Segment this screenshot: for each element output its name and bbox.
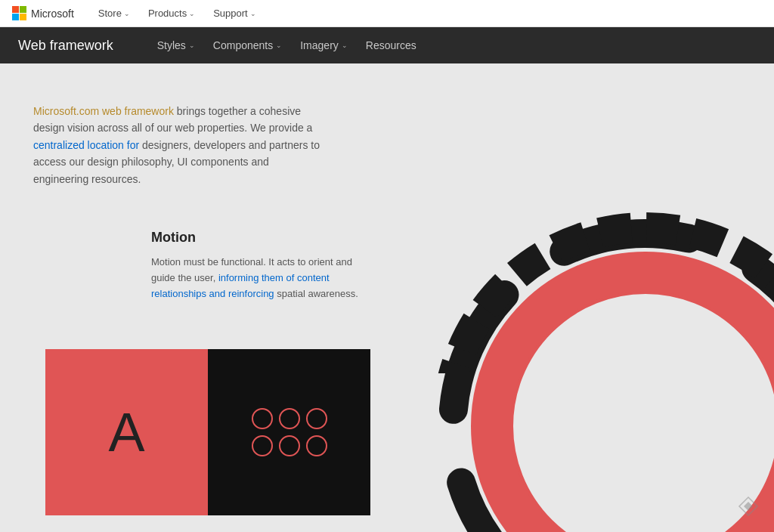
circle-3 [306,408,327,429]
decoration-svg [411,124,774,532]
circles-group [252,408,327,456]
desc-highlight-microsoft: Microsoft.com web framework [33,105,174,117]
ms-topnav: Microsoft Store ⌄ Products ⌄ Support ⌄ [0,0,774,27]
circle-6 [306,435,327,456]
circle-1 [252,408,273,429]
wf-nav-components[interactable]: Components ⌄ [206,27,289,63]
chevron-down-icon: ⌄ [250,10,256,17]
chevron-down-icon: ⌄ [276,42,282,49]
ms-logo-grid [12,6,26,20]
wf-nav-imagery[interactable]: Imagery ⌄ [293,27,355,63]
motion-section: Motion Motion must be functional. It act… [151,230,363,302]
description-text: Microsoft.com web framework brings toget… [33,103,320,187]
wf-nav-resources[interactable]: Resources [358,27,424,63]
chevron-down-icon: ⌄ [342,42,348,49]
demo-left-panel: A [45,349,208,515]
motion-description: Motion must be functional. It acts to or… [151,255,363,302]
chevron-down-icon: ⌄ [189,10,195,17]
demo-letter-a: A [108,401,144,463]
main-content: Microsoft.com web framework brings toget… [0,63,774,532]
demo-right-panel [208,349,370,515]
ms-brand-name: Microsoft [31,8,74,20]
circle-4 [252,435,273,456]
chevron-down-icon: ⌄ [124,10,130,17]
circle-2 [279,408,300,429]
chevron-down-icon: ⌄ [189,42,195,49]
demo-box: A [45,349,370,515]
ms-topnav-links: Store ⌄ Products ⌄ Support ⌄ [89,0,265,27]
svg-marker-6 [744,502,753,511]
wf-nav-links: Styles ⌄ Components ⌄ Imagery ⌄ Resource… [150,27,424,63]
topnav-link-support[interactable]: Support ⌄ [204,0,265,27]
motion-title: Motion [151,230,363,246]
decoration-area [411,124,774,532]
topnav-link-store[interactable]: Store ⌄ [89,0,139,27]
desc-highlight-location: location for [88,139,139,151]
desc-highlight-centralized: centralized [33,139,85,151]
topnav-link-products[interactable]: Products ⌄ [139,0,204,27]
description-block: Microsoft.com web framework brings toget… [33,103,320,187]
svg-point-0 [494,275,774,532]
circle-5 [279,435,300,456]
fabric-icon [738,496,759,517]
wf-nav: Web framework Styles ⌄ Components ⌄ Imag… [0,27,774,63]
wf-nav-styles[interactable]: Styles ⌄ [150,27,203,63]
wf-nav-title: Web framework [18,38,113,54]
ms-logo[interactable]: Microsoft [12,6,74,20]
